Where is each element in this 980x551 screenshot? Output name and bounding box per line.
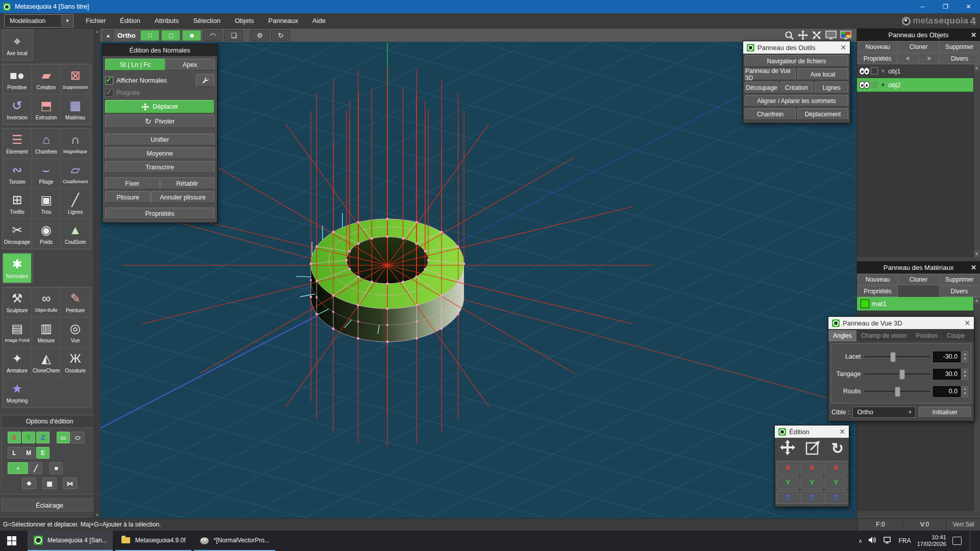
tray-chevron-icon[interactable]: ∧ (858, 538, 862, 544)
mode-apex-button[interactable]: Apex (165, 59, 214, 70)
tab-champ-de-vision[interactable]: Champ de vision (856, 330, 911, 341)
tool-ossature-button[interactable]: ЖOssature (61, 347, 90, 378)
edit-axis-x-1[interactable]: X (800, 461, 823, 474)
orbit-tool-icon[interactable] (812, 30, 822, 40)
axis-toggle-x[interactable]: X (8, 432, 21, 443)
pan-tool-icon[interactable] (798, 30, 808, 40)
toolpanel-d-coupage-button[interactable]: Découpage (745, 82, 778, 93)
visibility-eyes-icon[interactable] (859, 67, 868, 75)
axis-toggle-z[interactable]: Z (36, 432, 50, 443)
edit-axis-z-1[interactable]: Z (800, 490, 823, 504)
face-mode-button[interactable]: ■ (50, 462, 63, 474)
scroll-up-icon[interactable]: ▲ (94, 29, 100, 35)
slider-value-roulis[interactable]: 0.0 (933, 386, 961, 397)
mode-selector[interactable]: Modélisation ▼ (4, 14, 74, 28)
transcribe-button[interactable]: Transcrire (105, 161, 214, 173)
close-icon[interactable]: ✕ (971, 31, 976, 39)
show-vertices-button[interactable]: ∷ (140, 30, 159, 41)
edit-axis-z-0[interactable]: Z (776, 490, 799, 504)
target-dropdown[interactable]: Ortho ▼ (852, 407, 916, 418)
toolpanel-d-placement-button[interactable]: Déplacement (797, 108, 848, 120)
scroll-down-icon[interactable]: ▼ (94, 512, 100, 518)
close-button[interactable]: ✕ (957, 0, 980, 13)
slider-thumb[interactable] (895, 387, 900, 397)
edit-axis-x-2[interactable]: X (824, 461, 847, 474)
material-row-mat1[interactable]: mat1 (857, 297, 974, 311)
show-edges-button[interactable]: □ (161, 30, 180, 41)
start-button[interactable] (0, 531, 23, 551)
mat-cloner-button[interactable]: Cloner (898, 274, 939, 285)
tool-armature-button[interactable]: ✦Armature (3, 347, 32, 378)
tab-position[interactable]: Position (911, 330, 942, 341)
mat-propri-t-s-button[interactable]: Propriétés (857, 286, 898, 297)
minimize-button[interactable]: ─ (911, 0, 934, 13)
spin-up-icon[interactable]: ▲ (962, 387, 968, 392)
object-checkbox[interactable] (871, 81, 878, 88)
properties-button[interactable]: Propriétés (105, 208, 214, 219)
menu-objets[interactable]: Objets (228, 13, 261, 29)
edit-axis-y-1[interactable]: Y (800, 475, 823, 489)
rotate-normals-button[interactable]: ↻ Pivoter (105, 115, 214, 128)
menu--dition[interactable]: Édition (113, 13, 148, 29)
tool-cr-ation-button[interactable]: ▰Création (32, 64, 61, 94)
expand-triangle-icon[interactable]: ▼ (880, 82, 886, 88)
move-normals-button[interactable]: Déplacer (105, 100, 214, 113)
rect-select-button[interactable]: ▭ (57, 432, 70, 443)
slider-track-lacet[interactable] (865, 352, 930, 362)
move-tool-button[interactable] (780, 440, 795, 457)
toolpanel-navigateur-de-fichiers-button[interactable]: Navigateur de fichiers (745, 55, 848, 67)
obj-supprimer-button[interactable]: Supprimer (939, 41, 979, 53)
objects-scrollbar[interactable]: ▲ ▼ (973, 64, 980, 257)
show-desktop-button[interactable] (970, 531, 973, 551)
grid-snap-button[interactable]: ▦ (42, 478, 57, 489)
tool-pliage-button[interactable]: ⌣Pliage (32, 159, 61, 189)
tool-primitive-button[interactable]: ■●Primitive (3, 64, 32, 94)
range-l-button[interactable]: L (8, 447, 21, 459)
normals-settings-button[interactable] (196, 74, 214, 87)
toolpanel-chanfrein-button[interactable]: Chanfrein (745, 108, 796, 120)
menu-attributs[interactable]: Attributs (148, 13, 186, 29)
show-faces-button[interactable]: ■ (182, 30, 201, 41)
tool-chanfrein-button[interactable]: ⌂Chanfrein (32, 129, 61, 159)
menu-fichier[interactable]: Fichier (79, 13, 113, 29)
crease-button[interactable]: Plissure (105, 191, 151, 203)
obj---button[interactable]: < (898, 53, 918, 64)
tool-axe-local-button[interactable]: ⌖Axe local (3, 30, 32, 60)
menu-panneaux[interactable]: Panneaux (261, 13, 306, 29)
mat-supprimer-button[interactable]: Supprimer (939, 274, 979, 285)
tool-normales-button[interactable]: ✱Normales (3, 253, 32, 283)
obj---button[interactable]: > (919, 53, 939, 64)
toolpanel-aligner-aplanir-les-sommets-button[interactable]: Aligner / Aplanir les sommets (745, 95, 848, 107)
tool-peinture-button[interactable]: ✎Peinture (61, 287, 90, 317)
close-icon[interactable]: ✕ (840, 43, 846, 52)
slider-track-roulis[interactable] (865, 386, 930, 396)
spin-up-icon[interactable]: ▲ (962, 352, 968, 357)
edit-axis-y-2[interactable]: Y (824, 475, 847, 489)
tool-vue-button[interactable]: ◎Vue (61, 317, 90, 347)
spin-down-icon[interactable]: ▼ (962, 374, 968, 379)
spinner-roulis[interactable]: ▲▼ (962, 386, 968, 397)
visibility-eyes-icon[interactable] (859, 81, 868, 89)
close-icon[interactable]: ✕ (971, 264, 976, 271)
tool-trou-button[interactable]: ▣Trou (32, 189, 61, 219)
uncrease-button[interactable]: Annuler plissure (151, 191, 214, 203)
obj-cloner-button[interactable]: Cloner (898, 41, 939, 53)
quad-view-icon[interactable] (840, 31, 851, 40)
edit-axis-z-2[interactable]: Z (824, 490, 847, 504)
tool-mat-riau-button[interactable]: ▦Matériau (61, 94, 90, 124)
edit-axis-y-0[interactable]: Y (776, 475, 799, 489)
menu-aide[interactable]: Aide (305, 13, 333, 29)
lighting-button[interactable]: Éclairage (1, 498, 98, 512)
fix-button[interactable]: Fixer (105, 178, 160, 189)
slider-value-lacet[interactable]: -30.0 (933, 352, 961, 362)
mat-divers-button[interactable]: Divers (939, 286, 979, 297)
slider-track-tangage[interactable] (865, 369, 930, 379)
initialize-button[interactable]: Initialiser (919, 407, 971, 418)
tool-lignes-button[interactable]: ╱Lignes (61, 189, 90, 219)
clover-snap-button[interactable]: ❖ (22, 478, 36, 489)
maximize-button[interactable]: ❐ (934, 0, 957, 13)
slider-thumb[interactable] (899, 369, 905, 380)
average-button[interactable]: Moyenne (105, 147, 214, 159)
language-indicator[interactable]: FRA (898, 537, 911, 544)
tool--tirement-button[interactable]: ☰Étirement (3, 129, 32, 159)
